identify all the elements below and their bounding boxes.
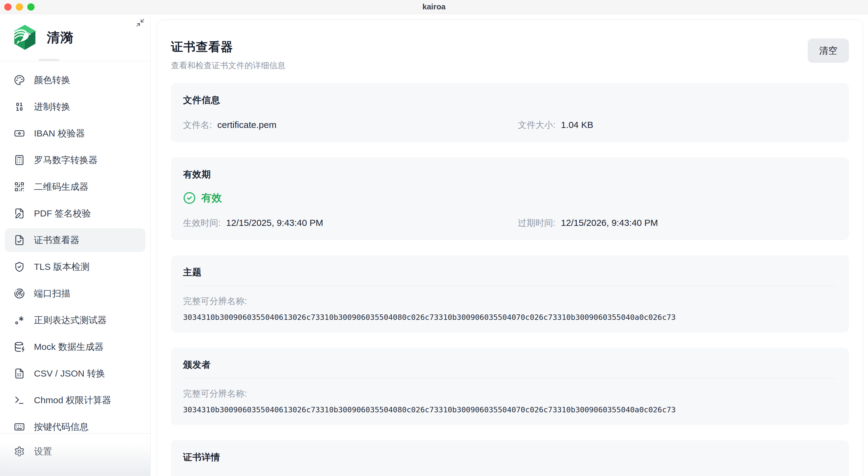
page-title: 证书查看器 — [171, 38, 285, 55]
sidebar-item-roman-numeral[interactable]: 罗马数字转换器 — [5, 148, 146, 172]
sidebar-item-label: 设置 — [34, 445, 52, 458]
file-name-value: certificate.pem — [217, 120, 276, 130]
certificate-details-panel: 证书详情 序列号: 10418470677827243277 版本: v0 算法… — [171, 440, 849, 476]
validity-title: 有效期 — [183, 168, 837, 181]
divider — [183, 378, 837, 379]
sidebar-item-label: 罗马数字转换器 — [34, 154, 98, 167]
page-subtitle: 查看和检查证书文件的详细信息 — [171, 60, 285, 71]
minimize-button[interactable] — [16, 3, 23, 10]
sidebar-item-csv-json[interactable]: CSV / JSON 转换 — [5, 362, 146, 385]
file-name-label: 文件名: — [183, 119, 212, 131]
issuer-dn-label: 完整可分辨名称: — [183, 388, 837, 400]
sidebar-header: 清漪 — [0, 14, 150, 61]
file-size-label: 文件大小: — [518, 119, 556, 131]
sidebar-item-iban-validator[interactable]: IBAN 校验器 — [5, 122, 146, 145]
sidebar-item-qr-generator[interactable]: 二维码生成器 — [5, 175, 146, 199]
clear-button[interactable]: 清空 — [808, 38, 849, 63]
radar-icon — [14, 288, 25, 299]
brand-name: 清漪 — [47, 29, 74, 47]
issuer-panel: 颁发者 完整可分辨名称: 3034310b3009060355040613026… — [171, 348, 849, 425]
divider — [183, 286, 837, 286]
regex-icon — [14, 315, 25, 326]
scrolled-item-sliver — [39, 59, 59, 61]
close-button[interactable] — [4, 3, 11, 10]
calculator-icon — [14, 155, 25, 166]
terminal-icon — [14, 395, 25, 406]
titlebar: kairoa — [0, 0, 868, 14]
subject-title: 主题 — [183, 266, 837, 279]
sidebar-item-label: 按键代码信息 — [34, 421, 89, 433]
sidebar-item-label: 二维码生成器 — [34, 181, 89, 193]
palette-icon — [14, 75, 25, 86]
sidebar-item-tls-detector[interactable]: TLS 版本检测 — [5, 255, 146, 279]
shield-check-icon — [14, 261, 25, 272]
database-zap-icon — [14, 341, 25, 352]
subject-panel: 主题 完整可分辨名称: 3034310b3009060355040613026c… — [171, 255, 849, 333]
collapse-arrows-icon — [136, 18, 145, 27]
details-title: 证书详情 — [183, 451, 837, 464]
sidebar-item-label: 正则表达式测试器 — [34, 314, 107, 327]
content-card: 证书查看器 查看和检查证书文件的详细信息 清空 文件信息 文件名: certif… — [157, 20, 863, 476]
check-circle-icon — [183, 191, 196, 204]
sidebar-item-settings[interactable]: 设置 — [5, 440, 146, 463]
zoom-button[interactable] — [27, 3, 35, 10]
sidebar-item-port-scan[interactable]: 端口扫描 — [5, 282, 146, 305]
app-logo-icon — [11, 23, 38, 52]
traffic-lights — [4, 3, 35, 10]
file-spreadsheet-icon — [14, 368, 25, 379]
sidebar-item-pdf-signature[interactable]: PDF 签名校验 — [5, 202, 146, 225]
sidebar-footer: 设置 — [0, 433, 150, 476]
main-area: 证书查看器 查看和检查证书文件的详细信息 清空 文件信息 文件名: certif… — [151, 14, 868, 476]
card-header: 证书查看器 查看和检查证书文件的详细信息 清空 — [171, 38, 849, 71]
sidebar-item-regex-tester[interactable]: 正则表达式测试器 — [5, 308, 146, 332]
sidebar-item-base-converter[interactable]: 进制转换 — [5, 95, 146, 119]
file-info-panel: 文件信息 文件名: certificate.pem 文件大小: 1.04 KB — [171, 83, 849, 142]
app-window: kairoa — [0, 0, 868, 476]
valid-to-value: 12/15/2026, 9:43:40 PM — [561, 218, 658, 228]
sidebar-item-label: Mock 数据生成器 — [34, 341, 104, 353]
file-pen-icon — [14, 208, 25, 219]
issuer-title: 颁发者 — [183, 359, 837, 371]
banknote-icon — [14, 128, 25, 139]
window-title: kairoa — [0, 0, 868, 13]
sidebar-item-keycode-info[interactable]: 按键代码信息 — [5, 415, 146, 433]
qr-code-icon — [14, 181, 25, 192]
sidebar-item-chmod-calculator[interactable]: Chmod 权限计算器 — [5, 388, 146, 412]
sidebar-item-label: 端口扫描 — [34, 288, 70, 300]
valid-from-label: 生效时间: — [183, 217, 221, 229]
sidebar-item-label: CSV / JSON 转换 — [34, 367, 105, 380]
sidebar-item-label: TLS 版本检测 — [34, 261, 89, 273]
gear-icon — [14, 446, 25, 457]
valid-to-label: 过期时间: — [518, 217, 556, 229]
sidebar-item-label: 颜色转换 — [34, 74, 70, 86]
collapse-sidebar-button[interactable] — [136, 18, 145, 27]
sidebar-item-mock-data[interactable]: Mock 数据生成器 — [5, 335, 146, 359]
sidebar-item-certificate-viewer[interactable]: 证书查看器 — [5, 228, 146, 252]
sidebar: 清漪 颜色转换 — [0, 14, 151, 476]
subject-dn-label: 完整可分辨名称: — [183, 295, 837, 307]
validity-panel: 有效期 有效 生效时间: 12/15/2025, 9:43:40 PM — [171, 157, 849, 240]
sidebar-nav: 颜色转换 进制转换 IBAN 校验器 — [0, 62, 150, 433]
file-size-value: 1.04 KB — [561, 120, 593, 130]
sidebar-item-label: PDF 签名校验 — [34, 207, 91, 220]
sidebar-item-label: Chmod 权限计算器 — [34, 394, 111, 407]
file-info-title: 文件信息 — [183, 94, 837, 107]
sidebar-item-label: IBAN 校验器 — [34, 127, 85, 140]
sidebar-item-label: 进制转换 — [34, 101, 70, 113]
keyboard-icon — [14, 421, 25, 432]
file-check-icon — [14, 235, 25, 245]
binary-icon — [14, 101, 25, 112]
valid-from-value: 12/15/2025, 9:43:40 PM — [226, 218, 323, 228]
subject-dn-value: 3034310b3009060355040613026c73310b300906… — [183, 313, 837, 322]
sidebar-item-label: 证书查看器 — [34, 234, 80, 246]
validity-status: 有效 — [183, 191, 837, 205]
issuer-dn-value: 3034310b3009060355040613026c73310b300906… — [183, 405, 837, 414]
sidebar-item-color-converter[interactable]: 颜色转换 — [5, 68, 146, 92]
validity-status-text: 有效 — [201, 191, 222, 205]
